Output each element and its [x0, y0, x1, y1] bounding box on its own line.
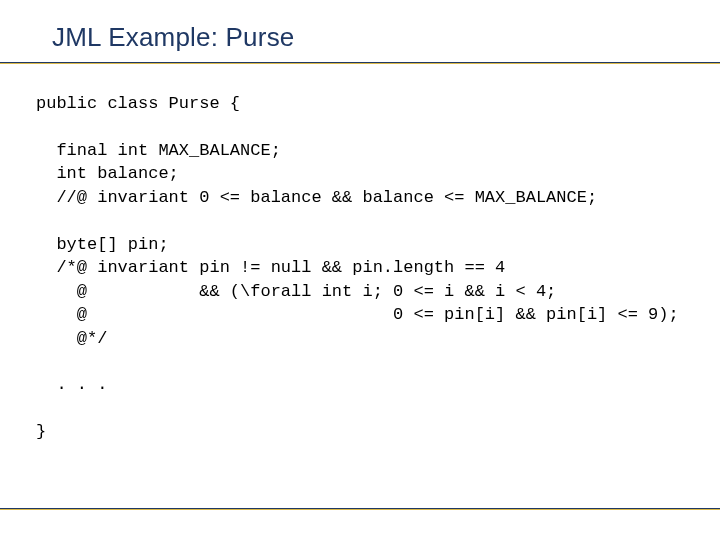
- code-block: public class Purse { final int MAX_BALAN…: [36, 92, 700, 444]
- title-divider: [0, 62, 720, 64]
- code-line: . . .: [36, 375, 107, 394]
- code-line: }: [36, 422, 46, 441]
- footer-divider: [0, 508, 720, 510]
- code-line: @ && (\forall int i; 0 <= i && i < 4;: [36, 282, 556, 301]
- code-line: int balance;: [36, 164, 179, 183]
- code-line: final int MAX_BALANCE;: [36, 141, 281, 160]
- code-line: @*/: [36, 329, 107, 348]
- code-line: /*@ invariant pin != null && pin.length …: [36, 258, 505, 277]
- code-line: //@ invariant 0 <= balance && balance <=…: [36, 188, 597, 207]
- code-line: @ 0 <= pin[i] && pin[i] <= 9);: [36, 305, 679, 324]
- code-line: byte[] pin;: [36, 235, 169, 254]
- slide-title: JML Example: Purse: [52, 22, 295, 53]
- code-line: public class Purse {: [36, 94, 240, 113]
- slide: JML Example: Purse public class Purse { …: [0, 0, 720, 540]
